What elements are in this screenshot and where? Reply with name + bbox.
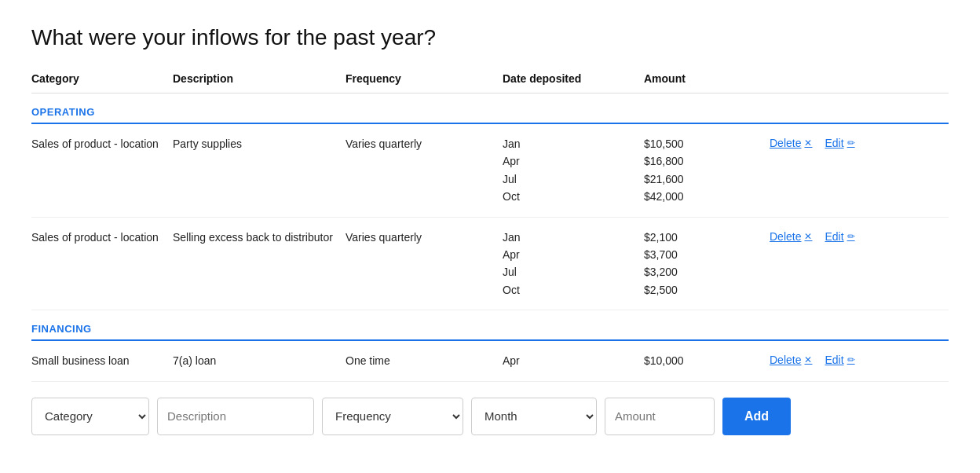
cell-description: 7(a) loan bbox=[173, 352, 346, 369]
row-actions: Delete ✕ Edit ✏ bbox=[770, 135, 949, 149]
section-financing-label: FINANCING bbox=[31, 323, 92, 335]
edit-label: Edit bbox=[825, 354, 843, 366]
delete-button[interactable]: Delete ✕ bbox=[770, 137, 812, 149]
delete-label: Delete bbox=[770, 354, 801, 366]
description-input[interactable] bbox=[157, 398, 314, 435]
edit-icon: ✏ bbox=[847, 138, 855, 148]
edit-button[interactable]: Edit ✏ bbox=[825, 354, 854, 366]
delete-label: Delete bbox=[770, 230, 801, 243]
delete-label: Delete bbox=[770, 137, 801, 149]
category-select[interactable]: CategoryOperatingFinancing bbox=[31, 398, 149, 435]
col-actions bbox=[770, 72, 949, 85]
edit-label: Edit bbox=[825, 137, 843, 149]
table-row: Sales of product - location Selling exce… bbox=[31, 218, 949, 311]
col-date: Date deposited bbox=[503, 72, 644, 85]
delete-button[interactable]: Delete ✕ bbox=[770, 230, 812, 243]
cell-frequency: Varies quarterly bbox=[346, 135, 503, 152]
col-category: Category bbox=[31, 72, 173, 85]
delete-icon: ✕ bbox=[804, 231, 812, 242]
cell-dates: Jan Apr Jul Oct bbox=[503, 135, 644, 206]
row-actions: Delete ✕ Edit ✏ bbox=[770, 352, 949, 366]
section-operating-label: OPERATING bbox=[31, 106, 95, 118]
table-header: Category Description Frequency Date depo… bbox=[31, 72, 949, 94]
cell-amounts: $2,100 $3,700 $3,200 $2,500 bbox=[644, 229, 770, 299]
delete-icon: ✕ bbox=[804, 354, 812, 365]
edit-label: Edit bbox=[825, 230, 843, 243]
col-description: Description bbox=[173, 72, 346, 85]
page-title: What were your inflows for the past year… bbox=[31, 25, 949, 50]
section-financing: FINANCING bbox=[31, 310, 949, 341]
edit-button[interactable]: Edit ✏ bbox=[825, 230, 854, 243]
cell-category: Sales of product - location bbox=[31, 229, 173, 246]
cell-frequency: One time bbox=[346, 352, 503, 369]
add-button[interactable]: Add bbox=[722, 398, 791, 435]
table-container: Category Description Frequency Date depo… bbox=[31, 72, 949, 382]
cell-description: Selling excess back to distributor bbox=[173, 229, 346, 246]
add-row-form: CategoryOperatingFinancing FrequencyOne … bbox=[31, 398, 949, 435]
delete-icon: ✕ bbox=[804, 138, 812, 148]
edit-icon: ✏ bbox=[847, 354, 855, 365]
cell-description: Party supplies bbox=[173, 135, 346, 152]
cell-amounts: $10,500 $16,800 $21,600 $42,000 bbox=[644, 135, 770, 206]
col-frequency: Frequency bbox=[346, 72, 503, 85]
month-select[interactable]: MonthJanFebMarAprMayJunJulAugSepOctNovDe… bbox=[471, 398, 597, 435]
col-amount: Amount bbox=[644, 72, 770, 85]
cell-frequency: Varies quarterly bbox=[346, 229, 503, 246]
row-actions: Delete ✕ Edit ✏ bbox=[770, 229, 949, 243]
delete-button[interactable]: Delete ✕ bbox=[770, 354, 812, 366]
edit-button[interactable]: Edit ✏ bbox=[825, 137, 854, 149]
cell-category: Small business loan bbox=[31, 352, 173, 369]
frequency-select[interactable]: FrequencyOne timeVaries quarterlyMonthly… bbox=[322, 398, 463, 435]
edit-icon: ✏ bbox=[847, 231, 855, 242]
table-row: Sales of product - location Party suppli… bbox=[31, 124, 949, 218]
amount-input[interactable] bbox=[605, 398, 715, 435]
cell-amounts: $10,000 bbox=[644, 352, 770, 369]
cell-dates: Apr bbox=[503, 352, 644, 369]
cell-dates: Jan Apr Jul Oct bbox=[503, 229, 644, 299]
table-row: Small business loan 7(a) loan One time A… bbox=[31, 341, 949, 381]
cell-category: Sales of product - location bbox=[31, 135, 173, 152]
section-operating: OPERATING bbox=[31, 94, 949, 124]
